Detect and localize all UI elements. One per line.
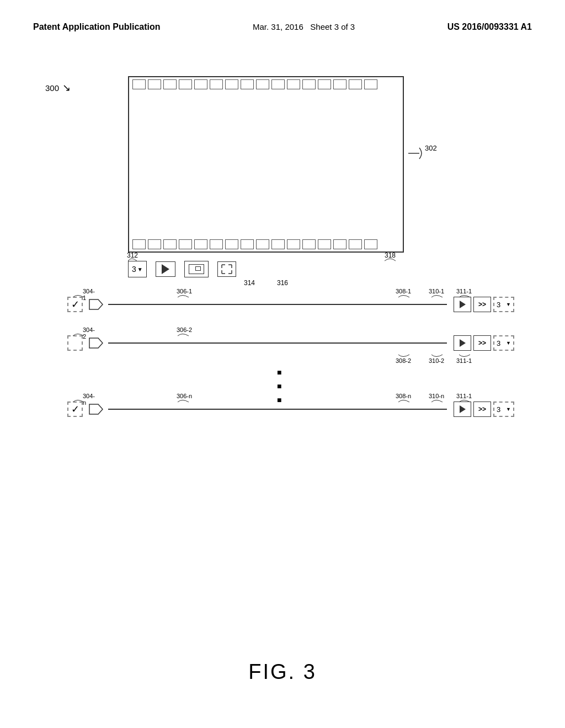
pip-outer — [189, 264, 204, 274]
top-film-strip — [129, 77, 403, 92]
film-cell — [271, 79, 285, 89]
header-center: Mar. 31, 2016 Sheet 3 of 3 — [253, 22, 355, 31]
count-arrow-n: ▼ — [506, 406, 511, 412]
track-line-1 — [108, 304, 447, 305]
pip-button[interactable] — [184, 261, 209, 277]
page-header: Patent Application Publication Mar. 31, … — [0, 0, 565, 32]
film-cell — [194, 79, 207, 89]
header-right: US 2016/0093331 A1 — [447, 22, 532, 32]
film-cell — [163, 239, 177, 249]
row2-label-311b: 311-1 — [448, 352, 476, 363]
row1-label-308: 308-1 — [387, 289, 415, 300]
film-cell — [163, 79, 177, 89]
skip-button-2[interactable]: >> — [473, 335, 491, 351]
row2-label-304: 304-2 — [67, 328, 95, 339]
film-cell — [225, 239, 238, 249]
label-316: 316 — [277, 279, 288, 287]
film-cell — [179, 79, 192, 89]
skip-button-n[interactable]: >> — [473, 402, 491, 417]
film-cell — [333, 239, 347, 249]
film-cell — [287, 239, 300, 249]
label-312-arrow — [127, 255, 143, 266]
row1-label-310: 310-1 — [420, 289, 448, 300]
row2-label-306: 306-2 — [167, 328, 194, 339]
row1-label-311: 311-1 — [448, 289, 476, 300]
film-cell — [256, 79, 269, 89]
skip-button-1[interactable]: >> — [473, 297, 491, 312]
playlist-row-2: >> 3 ▼ — [67, 335, 514, 351]
count-val-n: 3 — [497, 405, 500, 414]
film-cell — [364, 239, 377, 249]
row1-label-306: 306-1 — [167, 289, 194, 300]
fullscreen-icon-svg — [221, 264, 233, 275]
film-cell — [241, 239, 254, 249]
film-cell — [287, 79, 300, 89]
film-cell — [364, 79, 377, 89]
count-dropdown-n[interactable]: 3 ▼ — [493, 402, 514, 417]
film-cell — [148, 239, 161, 249]
rown-label-311: 311-1 — [448, 394, 476, 405]
rown-label-306: 306-n — [167, 394, 194, 405]
film-cell — [271, 239, 285, 249]
label-314: 314 — [244, 279, 255, 287]
film-cell — [148, 79, 161, 89]
film-cell — [302, 239, 316, 249]
rown-label-310: 310-n — [420, 394, 448, 405]
count-arrow-2: ▼ — [506, 340, 511, 346]
play-icon — [162, 264, 169, 274]
count-dropdown-1[interactable]: 3 ▼ — [493, 297, 514, 312]
film-cell — [179, 239, 192, 249]
screen-content — [129, 92, 403, 237]
film-cell — [132, 239, 146, 249]
play-icon-2 — [460, 339, 466, 347]
controls-row: 3 ▼ — [128, 261, 236, 277]
film-cell — [256, 239, 269, 249]
play-button[interactable] — [156, 261, 175, 277]
figure-caption: FIG. 3 — [248, 660, 317, 684]
film-cell — [194, 239, 207, 249]
row2-label-310: 310-2 — [420, 352, 448, 363]
row1-label-304: 304-1 — [67, 289, 95, 300]
fullscreen-button[interactable] — [217, 261, 236, 277]
film-cell — [132, 79, 146, 89]
play-icon-n — [460, 405, 466, 413]
film-cell — [210, 239, 223, 249]
rown-label-308: 308-n — [387, 394, 415, 405]
play-button-2[interactable] — [454, 335, 471, 351]
label-302-group: 302 — [408, 145, 452, 164]
header-left: Patent Application Publication — [33, 22, 161, 32]
pip-inner-icon — [195, 266, 201, 271]
count-arrow-1: ▼ — [506, 302, 511, 307]
fig-300-label: 300 ↘ — [45, 82, 71, 94]
label-302: 302 — [425, 144, 437, 152]
film-cell — [318, 79, 331, 89]
row2-label-308: 308-2 — [387, 352, 415, 363]
film-cell — [318, 239, 331, 249]
film-cell — [302, 79, 316, 89]
film-cell — [333, 79, 347, 89]
count-dropdown-2[interactable]: 3 ▼ — [493, 335, 514, 351]
count-val-1: 3 — [497, 301, 500, 309]
film-cell — [349, 79, 362, 89]
film-cell — [241, 79, 254, 89]
main-screen — [128, 76, 404, 253]
track-line-n — [108, 409, 447, 410]
film-cell — [349, 239, 362, 249]
track-line-2 — [108, 342, 447, 344]
rown-label-304: 304-n — [67, 394, 95, 405]
play-icon-1 — [460, 301, 466, 308]
count-val-2: 3 — [497, 339, 500, 347]
film-cell — [225, 79, 238, 89]
dropdown-arrow-icon: ▼ — [137, 266, 143, 272]
bottom-film-strip — [129, 237, 403, 251]
film-cell — [210, 79, 223, 89]
